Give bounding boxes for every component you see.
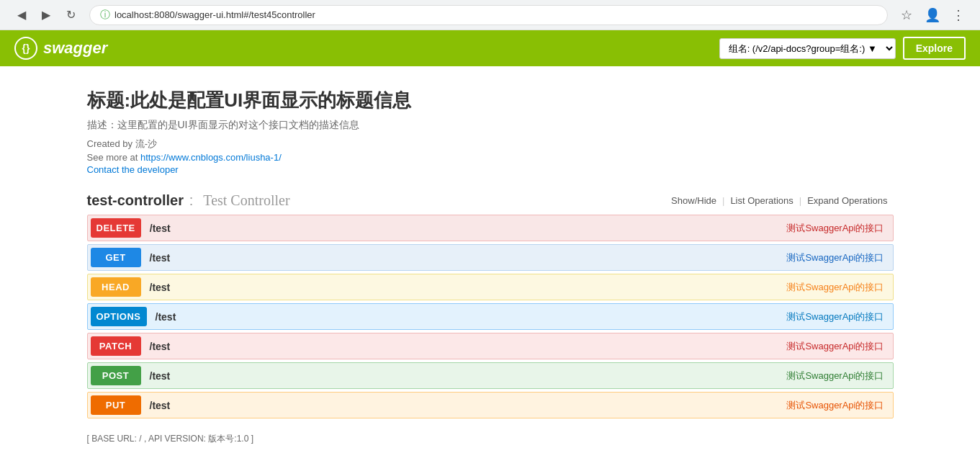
show-hide-action[interactable]: Show/Hide: [665, 195, 722, 206]
api-version-label: API VERSION:: [148, 434, 206, 444]
method-badge: DELETE: [91, 218, 141, 238]
see-more-text: See more at: [87, 152, 138, 163]
brand: {} swagger: [14, 37, 107, 60]
api-rows-container: DELETE/test测试SwaggerApi的接口GET/test测试Swag…: [87, 215, 894, 418]
api-row[interactable]: PATCH/test测试SwaggerApi的接口: [87, 333, 894, 359]
api-summary: 测试SwaggerApi的接口: [786, 281, 892, 294]
method-badge: POST: [91, 366, 141, 385]
url-text: localhost:8080/swagger-ui.html#/test45co…: [114, 9, 315, 20]
api-summary: 测试SwaggerApi的接口: [786, 399, 892, 412]
api-selector[interactable]: 组名: (/v2/api-docs?group=组名:) ▼: [719, 38, 896, 59]
address-bar[interactable]: ⓘ localhost:8080/swagger-ui.html#/test45…: [89, 5, 888, 25]
browser-toolbar: ☆ 👤 ⋮: [896, 5, 968, 25]
api-row[interactable]: HEAD/test测试SwaggerApi的接口: [87, 274, 894, 300]
controller-description: Test Controller: [203, 192, 289, 208]
swagger-logo: {}: [14, 37, 37, 60]
logo-text: {}: [22, 42, 30, 54]
back-button[interactable]: ◀: [12, 5, 32, 25]
base-url-footer: [ BASE URL: / , API VERSION: 版本号:1.0 ]: [87, 433, 894, 445]
method-badge: PATCH: [91, 336, 141, 356]
list-operations-action[interactable]: List Operations: [724, 195, 799, 206]
api-path: /test: [147, 341, 787, 352]
created-by: Created by 流-沙: [87, 138, 894, 151]
api-row[interactable]: PUT/test测试SwaggerApi的接口: [87, 392, 894, 418]
secure-icon: ⓘ: [100, 9, 110, 22]
contact-link[interactable]: Contact the developer: [87, 164, 894, 175]
browser-chrome: ◀ ▶ ↻ ⓘ localhost:8080/swagger-ui.html#/…: [0, 0, 980, 30]
api-path: /test: [153, 311, 787, 323]
method-badge: GET: [91, 248, 141, 267]
controller-actions: Show/Hide | List Operations | Expand Ope…: [665, 195, 893, 206]
api-title: 标题:此处是配置UI界面显示的标题信息: [87, 88, 894, 113]
api-version-value: 版本号:1.0: [208, 434, 248, 444]
controller-title: test-controller : Test Controller: [87, 192, 290, 209]
explore-button[interactable]: Explore: [903, 37, 966, 60]
method-badge: PUT: [91, 395, 141, 415]
api-summary: 测试SwaggerApi的接口: [786, 340, 892, 353]
main-content: 标题:此处是配置UI界面显示的标题信息 描述：这里配置的是UI界面显示的对这个接…: [73, 88, 908, 445]
controller-name: test-controller: [87, 192, 184, 208]
reload-button[interactable]: ↻: [60, 5, 81, 25]
base-url-value: /: [139, 434, 141, 444]
method-badge: OPTIONS: [91, 307, 147, 326]
forward-button[interactable]: ▶: [36, 5, 56, 25]
api-summary: 测试SwaggerApi的接口: [786, 251, 892, 264]
api-path: /test: [147, 370, 787, 382]
swagger-navbar: {} swagger 组名: (/v2/api-docs?group=组名:) …: [0, 30, 980, 66]
api-path: /test: [147, 400, 787, 411]
api-summary: 测试SwaggerApi的接口: [786, 310, 892, 323]
base-url-label: BASE URL:: [91, 434, 137, 444]
api-path: /test: [147, 252, 787, 264]
api-row[interactable]: POST/test测试SwaggerApi的接口: [87, 362, 894, 389]
see-more-line: See more at https://www.cnblogs.com/lius…: [87, 152, 894, 163]
api-row[interactable]: DELETE/test测试SwaggerApi的接口: [87, 215, 894, 241]
api-description: 描述：这里配置的是UI界面显示的对这个接口文档的描述信息: [87, 119, 894, 132]
api-row[interactable]: OPTIONS/test测试SwaggerApi的接口: [87, 303, 894, 330]
method-badge: HEAD: [91, 277, 141, 297]
api-path: /test: [147, 282, 787, 293]
api-path: /test: [147, 223, 787, 234]
expand-operations-action[interactable]: Expand Operations: [801, 195, 893, 206]
bookmark-button[interactable]: ☆: [896, 5, 917, 25]
controller-section: test-controller : Test Controller Show/H…: [87, 192, 894, 418]
menu-button[interactable]: ⋮: [948, 5, 968, 25]
brand-name: swagger: [43, 39, 107, 58]
controller-header: test-controller : Test Controller Show/H…: [87, 192, 894, 209]
api-summary: 测试SwaggerApi的接口: [786, 369, 892, 382]
api-summary: 测试SwaggerApi的接口: [786, 222, 892, 235]
navbar-right: 组名: (/v2/api-docs?group=组名:) ▼ Explore: [719, 37, 966, 60]
browser-nav: ◀ ▶ ↻: [12, 5, 81, 25]
account-button[interactable]: 👤: [922, 5, 943, 25]
controller-sep: :: [189, 192, 194, 208]
api-row[interactable]: GET/test测试SwaggerApi的接口: [87, 244, 894, 271]
blog-link[interactable]: https://www.cnblogs.com/liusha-1/: [140, 152, 282, 163]
info-section: 标题:此处是配置UI界面显示的标题信息 描述：这里配置的是UI界面显示的对这个接…: [87, 88, 894, 175]
